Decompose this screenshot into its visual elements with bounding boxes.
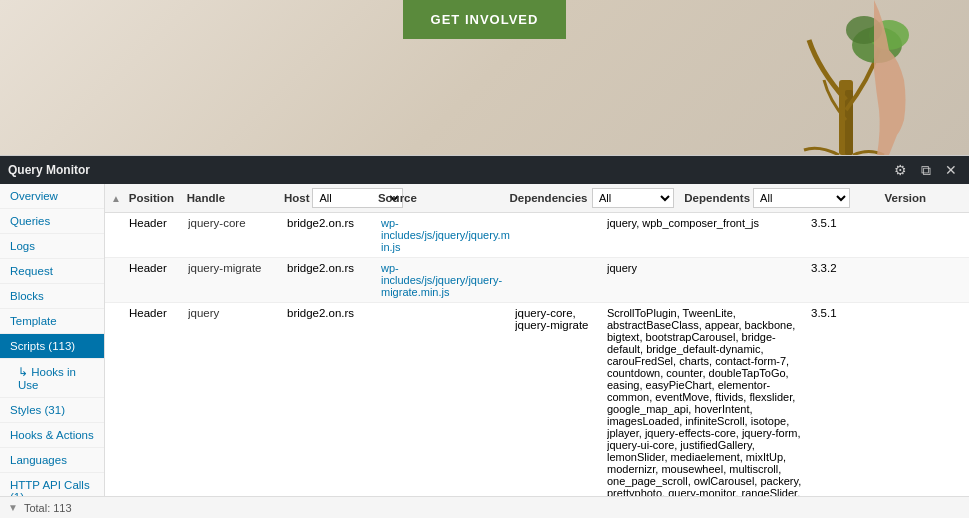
sidebar-item-blocks[interactable]: Blocks — [0, 284, 104, 309]
row-host: bridge2.on.rs — [287, 217, 377, 229]
qm-sidebar: OverviewQueriesLogsRequestBlocksTemplate… — [0, 184, 105, 496]
total-count: Total: 113 — [24, 502, 72, 514]
col-source-header: Source — [378, 192, 506, 204]
qm-body: OverviewQueriesLogsRequestBlocksTemplate… — [0, 184, 969, 496]
dependents-filter-select[interactable]: All jquery jquery-migrate — [753, 188, 850, 208]
qm-title: Query Monitor — [8, 163, 890, 177]
col-version-header: Version — [885, 192, 964, 204]
col-position-header: Position — [129, 192, 183, 204]
row-handle: jquery-core — [188, 217, 283, 229]
sidebar-item-logs[interactable]: Logs — [0, 234, 104, 259]
expand-icon[interactable]: ⧉ — [917, 160, 935, 181]
down-arrow-icon: ▼ — [8, 502, 18, 513]
row-dependents: jquery — [607, 262, 807, 274]
row-dependents: ScrollToPlugin, TweenLite, abstractBaseC… — [607, 307, 807, 496]
row-dependencies: jquery-core, jquery-migrate — [515, 307, 595, 331]
source-link[interactable]: wp-includes/js/jquery/jquery-migrate.min… — [381, 262, 502, 298]
sidebar-item-http-api-calls[interactable]: HTTP API Calls (1) — [0, 473, 104, 496]
row-handle: jquery-migrate — [188, 262, 283, 274]
col-dependencies-header: Dependencies — [509, 192, 588, 204]
table-header: ▲ Position Handle Host All bridge2.on.rs… — [105, 184, 969, 213]
close-icon[interactable]: ✕ — [941, 160, 961, 180]
row-handle: jquery — [188, 307, 283, 319]
row-version: 3.3.2 — [811, 262, 891, 274]
sidebar-item-styles[interactable]: Styles (31) — [0, 398, 104, 423]
source-link[interactable]: wp-includes/js/jquery/jquery.min.js — [381, 217, 510, 253]
sidebar-item-overview[interactable]: Overview — [0, 184, 104, 209]
row-source: wp-includes/js/jquery/jquery-migrate.min… — [381, 262, 511, 298]
sidebar-item-languages[interactable]: Languages — [0, 448, 104, 473]
sidebar-item-hooks-in-use[interactable]: ↳ Hooks in Use — [0, 359, 104, 398]
table-row: Header jquery bridge2.on.rs jquery-core,… — [105, 303, 969, 496]
table-body: Header jquery-core bridge2.on.rs wp-incl… — [105, 213, 969, 496]
row-dependents: jquery, wpb_composer_front_js — [607, 217, 807, 229]
qm-footer: ▼ Total: 113 — [0, 496, 969, 518]
row-position: Header — [129, 307, 184, 319]
sidebar-item-scripts[interactable]: Scripts (113) — [0, 334, 104, 359]
row-host: bridge2.on.rs — [287, 262, 377, 274]
sidebar-item-template[interactable]: Template — [0, 309, 104, 334]
sidebar-item-hooks-actions[interactable]: Hooks & Actions — [0, 423, 104, 448]
table-row: Header jquery-core bridge2.on.rs wp-incl… — [105, 213, 969, 258]
qm-title-icons: ⚙ ⧉ ✕ — [890, 160, 961, 181]
deps-filter-select[interactable]: All jquery jquery-core — [592, 188, 674, 208]
col-dependents-header: Dependents All jquery jquery-migrate — [684, 188, 880, 208]
row-version: 3.5.1 — [811, 307, 891, 319]
col-handle-header: Handle — [187, 192, 280, 204]
row-position: Header — [129, 262, 184, 274]
row-position: Header — [129, 217, 184, 229]
row-source: wp-includes/js/jquery/jquery.min.js — [381, 217, 511, 253]
get-involved-button[interactable]: GET INVOLVED — [403, 0, 567, 39]
query-monitor-panel: Query Monitor ⚙ ⧉ ✕ OverviewQueriesLogsR… — [0, 155, 969, 518]
qm-main-content: ▲ Position Handle Host All bridge2.on.rs… — [105, 184, 969, 496]
row-version: 3.5.1 — [811, 217, 891, 229]
decorative-tree — [789, 0, 909, 155]
qm-title-bar: Query Monitor ⚙ ⧉ ✕ — [0, 156, 969, 184]
top-banner: GET INVOLVED — [0, 0, 969, 155]
table-row: Header jquery-migrate bridge2.on.rs wp-i… — [105, 258, 969, 303]
row-host: bridge2.on.rs — [287, 307, 377, 319]
col-deps-filter-header: All jquery jquery-core — [592, 188, 680, 208]
sidebar-item-queries[interactable]: Queries — [0, 209, 104, 234]
sort-icon: ▲ — [111, 193, 125, 204]
col-host-header: Host All bridge2.on.rs Local — [284, 188, 374, 208]
settings-icon[interactable]: ⚙ — [890, 160, 911, 180]
sidebar-item-request[interactable]: Request — [0, 259, 104, 284]
